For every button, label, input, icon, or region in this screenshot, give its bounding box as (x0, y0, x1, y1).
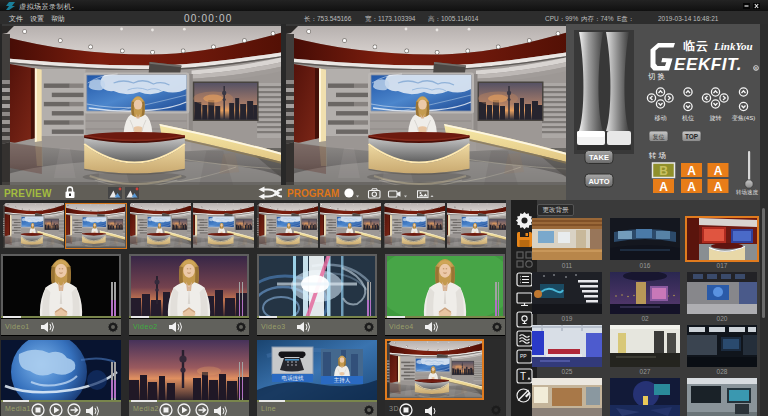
svg-text:A: A (687, 164, 696, 178)
svg-text:PP: PP (520, 353, 527, 359)
svg-text:主持人: 主持人 (334, 377, 351, 384)
svg-text:EEKFIT.: EEKFIT. (674, 55, 742, 74)
svg-text:A: A (714, 164, 723, 178)
svg-text:转场: 转场 (648, 151, 668, 160)
svg-text:机位: 机位 (682, 115, 694, 121)
svg-text:PREVIEW: PREVIEW (4, 188, 52, 199)
svg-text:TOP: TOP (685, 133, 699, 140)
svg-text:复位: 复位 (653, 134, 665, 141)
svg-text:T: T (520, 371, 526, 382)
svg-text:PROGRAM: PROGRAM (287, 188, 339, 199)
svg-text:A: A (687, 180, 696, 194)
svg-text:AUTO: AUTO (588, 177, 609, 186)
svg-text:移动: 移动 (655, 115, 667, 122)
svg-text:切换: 切换 (648, 72, 667, 81)
svg-text:电话连线: 电话连线 (282, 375, 305, 382)
svg-text:B: B (659, 164, 668, 178)
svg-text:A: A (714, 180, 723, 194)
svg-text:旋转: 旋转 (710, 115, 722, 122)
svg-text:LinkYou: LinkYou (713, 40, 753, 52)
svg-text:TAKE: TAKE (589, 153, 609, 162)
svg-text:R: R (755, 66, 758, 71)
svg-text:A: A (659, 180, 668, 194)
svg-text:变焦(4S): 变焦(4S) (732, 114, 755, 122)
svg-text:临云: 临云 (683, 39, 709, 53)
svg-text:转场速度: 转场速度 (736, 189, 759, 196)
